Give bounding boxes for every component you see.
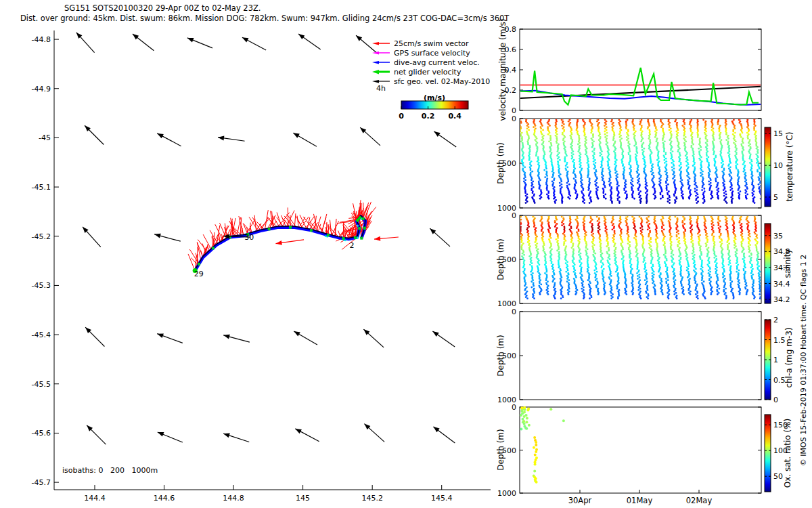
svg-text:1000: 1000 bbox=[497, 489, 516, 498]
legend-item-label: dive-avg current veloc. bbox=[394, 58, 480, 67]
temperature-colorbar-label: temperature (°C) bbox=[785, 132, 794, 202]
legend-item-2: dive-avg current veloc. bbox=[371, 58, 490, 67]
velocity-panel: 00.20.40.60.8 bbox=[505, 25, 762, 115]
svg-text:-44.8: -44.8 bbox=[32, 35, 51, 44]
salinity-panel: 05001000 bbox=[497, 211, 763, 308]
svg-text:34.2: 34.2 bbox=[773, 295, 790, 304]
svg-text:0: 0 bbox=[512, 403, 516, 412]
svg-text:-45.7: -45.7 bbox=[32, 478, 51, 487]
svg-text:01May: 01May bbox=[627, 496, 653, 505]
salinity-colorbar-label: salinity bbox=[783, 249, 792, 278]
oxygen-colorbar-label: Ox. sat. ratio (%) bbox=[783, 419, 792, 488]
svg-text:144.8: 144.8 bbox=[223, 494, 244, 503]
map-legend: 25cm/s swim vectorGPS surface velocitydi… bbox=[371, 39, 490, 86]
svg-text:144.6: 144.6 bbox=[154, 494, 175, 503]
svg-text:0: 0 bbox=[512, 308, 516, 316]
legend-item-3: net glider velocity bbox=[371, 67, 490, 77]
legend-item-1: GPS surface velocity bbox=[371, 48, 490, 58]
velocity-ylabel: velocity magnitude (m/s) bbox=[498, 19, 508, 121]
svg-text:-45.2: -45.2 bbox=[32, 232, 51, 241]
svg-text:0.2: 0.2 bbox=[422, 112, 435, 121]
legend-arrow-icon bbox=[371, 58, 391, 66]
svg-text:1: 1 bbox=[773, 356, 778, 364]
legend-scale-label: 4h bbox=[376, 84, 386, 93]
svg-text:-45.6: -45.6 bbox=[32, 429, 51, 438]
svg-text:35: 35 bbox=[773, 232, 783, 240]
track-date-label: 29 bbox=[194, 270, 204, 278]
legend-item-label: 25cm/s swim vector bbox=[394, 39, 469, 48]
svg-text:0.4: 0.4 bbox=[448, 112, 461, 121]
figure-subtitle: Dist. over ground: 45km. Dist. swum: 86k… bbox=[20, 14, 509, 23]
svg-text:30Apr: 30Apr bbox=[568, 496, 592, 505]
svg-text:-45.3: -45.3 bbox=[32, 281, 51, 290]
temperature-panel: 05001000 bbox=[497, 114, 763, 213]
legend-item-label: GPS surface velocity bbox=[394, 49, 470, 58]
svg-text:0: 0 bbox=[512, 211, 516, 220]
figure-title: SG151 SOTS20100320 29-Apr 00Z to 02-May … bbox=[64, 3, 261, 13]
chla-colorbar: 00.511.52 bbox=[765, 316, 786, 404]
chla-ylabel: Depth (m) bbox=[496, 335, 505, 376]
legend-arrow-icon bbox=[371, 39, 391, 47]
attribution-text: © IMOS 15-Feb-2019 01:37:00 Hobart time.… bbox=[799, 255, 808, 466]
temperature-panel-points bbox=[518, 118, 763, 204]
legend-arrow-icon bbox=[371, 49, 391, 57]
chla-panel: 05001000 bbox=[497, 308, 761, 404]
svg-text:5: 5 bbox=[773, 193, 778, 202]
svg-text:145.4: 145.4 bbox=[431, 494, 453, 503]
oxygen-ylabel: Depth (m) bbox=[496, 429, 505, 470]
svg-text:10: 10 bbox=[773, 161, 783, 170]
legend-item-0: 25cm/s swim vector bbox=[371, 39, 490, 48]
sfc-geostrophic-arrows bbox=[76, 33, 456, 444]
oxygen-panel: 0500100030Apr01May02May bbox=[497, 403, 761, 505]
svg-text:-44.9: -44.9 bbox=[32, 85, 51, 93]
temperature-colorbar: 51015 bbox=[765, 127, 783, 207]
legend-item-4: sfc geo. vel. 02-May-2010 bbox=[371, 77, 490, 86]
salinity-panel-points bbox=[518, 215, 763, 300]
isobaths-note: isobaths: 0 200 1000m bbox=[62, 466, 158, 475]
svg-text:1.5: 1.5 bbox=[773, 336, 786, 345]
swim-vector-hairs bbox=[188, 200, 376, 270]
svg-text:145: 145 bbox=[296, 494, 310, 503]
svg-text:34.4: 34.4 bbox=[773, 280, 790, 289]
svg-text:-45.5: -45.5 bbox=[32, 380, 51, 389]
figure-root: { "title": { "line1": "SG151 SOTS2010032… bbox=[0, 0, 812, 508]
legend-item-label: sfc geo. vel. 02-May-2010 bbox=[394, 77, 490, 86]
svg-text:0: 0 bbox=[399, 112, 404, 121]
svg-text:02May: 02May bbox=[686, 496, 713, 505]
legend-item-label: net glider velocity bbox=[394, 68, 461, 77]
map-colorbar-title: (m/s) bbox=[424, 93, 445, 102]
track-date-label: 2 bbox=[349, 241, 354, 250]
svg-text:15: 15 bbox=[773, 129, 783, 138]
temperature-ylabel: Depth (m) bbox=[496, 142, 505, 184]
svg-text:145.2: 145.2 bbox=[361, 494, 383, 503]
svg-text:0: 0 bbox=[773, 396, 778, 404]
legend-arrow-icon bbox=[371, 68, 391, 76]
svg-text:50: 50 bbox=[773, 472, 783, 481]
velocity-series bbox=[520, 68, 759, 105]
chla-colorbar-label: chl-a (mg m-3) bbox=[784, 327, 794, 387]
svg-text:-45: -45 bbox=[39, 133, 51, 142]
svg-text:0.5: 0.5 bbox=[773, 376, 786, 385]
svg-text:-45.1: -45.1 bbox=[32, 183, 51, 192]
svg-text:-45.4: -45.4 bbox=[32, 331, 51, 339]
svg-text:0: 0 bbox=[512, 114, 516, 123]
salinity-ylabel: Depth (m) bbox=[496, 238, 505, 280]
svg-text:144.4: 144.4 bbox=[84, 494, 106, 503]
svg-text:2: 2 bbox=[773, 316, 778, 324]
